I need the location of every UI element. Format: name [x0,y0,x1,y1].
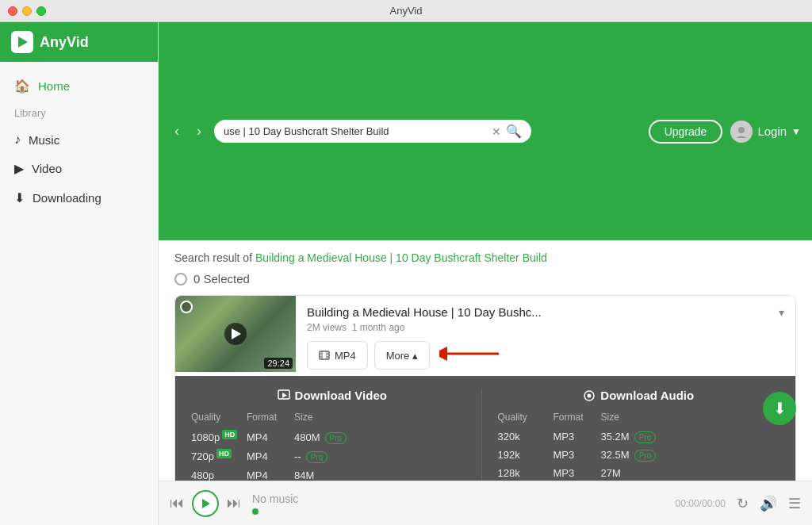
login-area[interactable]: Login ▼ [730,121,801,143]
format-320k: MP3 [553,431,601,443]
sidebar-item-downloading[interactable]: ⬇ Downloading [0,183,158,213]
main-scroll-content: Search result of Building a Medieval Hou… [159,240,812,481]
video-card-1: 29:24 Building a Medieval House | 10 Day… [174,295,796,481]
video-row-1080p[interactable]: 1080pHD MP4 480MPro [191,427,473,446]
video-meta-1: 2M views 1 month ago [307,322,784,333]
download-video-title: Download Video [191,389,473,402]
pro-badge-1080p: Pro [325,432,347,444]
video-row-480p[interactable]: 480p MP4 84M [191,466,473,481]
play-triangle-icon [232,328,241,339]
video-row-720p[interactable]: 720pHD MP4 --Pro [191,446,473,466]
quality-128k: 128k [498,467,553,479]
audio-row-128k[interactable]: 128k MP3 27M [498,464,780,481]
search-icon[interactable]: 🔍 [506,124,522,139]
audio-table-header: Quality Format Size [498,412,780,423]
video-views-1: 2M views [307,322,347,333]
format-1080p: MP4 [247,431,294,443]
video-col-format: Format [247,412,294,423]
more-button-1[interactable]: More ▴ [374,341,431,370]
sidebar-item-video[interactable]: ▶ Video [0,154,158,183]
more-label-1: More [386,350,410,362]
sidebar-item-home[interactable]: 🏠 Home [0,71,158,101]
search-clear-icon[interactable]: ✕ [492,125,501,138]
player-controls: ⏮ ⏭ [170,490,241,517]
video-title-1: Building a Medieval House | 10 Day Bushc… [307,305,542,319]
audio-col-format: Format [553,412,601,423]
svg-point-13 [588,393,592,397]
pro-badge-192k: Pro [634,450,657,462]
app-name: AnyVid [40,34,89,51]
quality-480p: 480p [191,469,247,481]
audio-row-192k[interactable]: 192k MP3 32.5MPro [498,446,780,464]
video-col-size: Size [294,412,342,423]
sidebar-home-label: Home [38,79,70,93]
selected-row: 0 Selected [174,272,796,285]
sidebar-header: AnyVid [0,22,158,62]
size-720p: --Pro [294,450,342,462]
download-audio-title: Download Audio [498,389,780,402]
svg-rect-2 [320,351,329,359]
floating-download-icon: ⬇ [773,399,787,418]
volume-button[interactable]: 🔊 [760,495,777,512]
play-button-1[interactable] [224,323,247,345]
forward-button[interactable]: › [192,120,206,143]
play-pause-icon [202,499,210,508]
sidebar-item-music[interactable]: ♪ Music [0,125,158,154]
maximize-button[interactable] [36,6,46,16]
sidebar-music-label: Music [29,133,59,147]
upgrade-button[interactable]: Upgrade [649,120,723,144]
quality-320k: 320k [498,431,553,443]
more-chevron-icon: ▴ [412,350,418,362]
size-320k: 35.2MPro [601,431,649,443]
select-all-radio[interactable] [174,273,187,285]
main-content-area: ‹ › use | 10 Day Bushcraft Shelter Build… [159,22,812,525]
search-result-query[interactable]: Building a Medieval House | 10 Day Bushc… [255,251,547,264]
play-pause-button[interactable] [192,490,219,517]
player-right: ↻ 🔊 ☰ [737,495,801,512]
floating-download-button[interactable]: ⬇ [763,392,796,425]
progress-dot [252,508,259,515]
next-button[interactable]: ⏭ [227,495,241,512]
film-icon [319,350,330,361]
video-title-row-1: Building a Medieval House | 10 Day Bushc… [307,305,784,319]
search-result-prefix: Search result of [174,251,255,264]
repeat-button[interactable]: ↻ [737,495,749,512]
expand-icon-1[interactable]: ▾ [779,306,784,319]
video-select-radio-1[interactable] [180,301,193,313]
app-logo [11,31,33,53]
format-480p: MP4 [247,469,294,481]
close-button[interactable] [8,6,17,16]
selected-count: 0 Selected [193,272,250,285]
hd-badge-720p: HD [216,449,232,458]
download-video-section: Download Video Quality Format Size 1080p… [191,389,473,481]
pro-badge-320k: Pro [634,431,657,443]
video-download-icon [278,389,290,402]
sidebar-library-label: Library [0,101,158,125]
login-label: Login [757,125,787,138]
video-table-header: Quality Format Size [191,412,473,423]
audio-row-320k[interactable]: 320k MP3 35.2MPro [498,427,780,446]
back-button[interactable]: ‹ [170,120,184,143]
top-bar-right: Upgrade Login ▼ [649,120,801,144]
search-bar[interactable]: use | 10 Day Bushcraft Shelter Build ✕ 🔍 [214,120,531,143]
search-text: use | 10 Day Bushcraft Shelter Build [224,125,487,137]
svg-marker-0 [18,36,28,48]
playlist-button[interactable]: ☰ [788,495,801,512]
time-display: 00:00/00:00 [676,498,726,509]
no-music-label: No music [252,492,665,505]
previous-button[interactable]: ⏮ [170,495,184,512]
mp4-label-1: MP4 [335,350,356,362]
format-720p: MP4 [247,450,294,462]
duration-badge-1: 29:24 [264,358,293,369]
download-video-label: Download Video [295,389,387,402]
video-actions-1: MP4 More ▴ [307,341,784,370]
mp4-button-1[interactable]: MP4 [307,341,368,370]
video-card-1-header: 29:24 Building a Medieval House | 10 Day… [175,296,795,376]
minimize-button[interactable] [22,6,32,16]
video-icon: ▶ [14,161,24,176]
download-audio-section: Download Audio Quality Format Size 320k … [481,389,780,481]
quality-1080p: 1080pHD [191,431,247,443]
video-time-1: 1 month ago [352,322,405,333]
audio-download-icon [583,389,596,402]
download-icon: ⬇ [14,190,25,205]
